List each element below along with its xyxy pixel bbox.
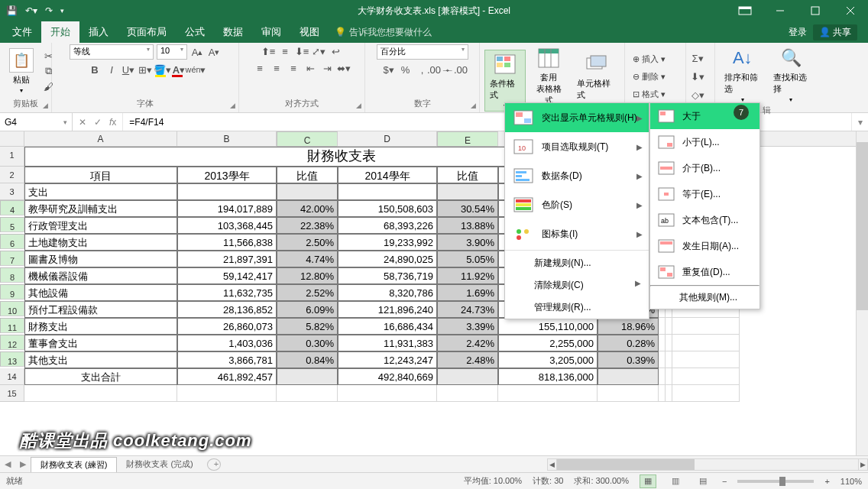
column-header[interactable]: A: [24, 131, 177, 146]
dialog-launcher-icon[interactable]: ◢: [43, 102, 48, 109]
cell[interactable]: 11,566,838: [177, 234, 277, 251]
cell[interactable]: 24,890,025: [338, 251, 437, 267]
menu-top-bottom-rules[interactable]: 10 项目选取规则(T)▶: [505, 132, 649, 161]
font-name-select[interactable]: 等线 ▾: [70, 44, 154, 60]
expand-formula-bar-icon[interactable]: ▾: [851, 113, 868, 131]
align-middle-icon[interactable]: ≡: [278, 44, 292, 58]
zoom-slider[interactable]: [737, 480, 814, 483]
cell[interactable]: 其他支出: [24, 351, 177, 368]
undo-icon[interactable]: ↶▾: [25, 5, 37, 16]
cell[interactable]: [659, 318, 666, 335]
column-header[interactable]: E: [437, 131, 498, 147]
cell[interactable]: [672, 335, 740, 351]
cell-styles-button[interactable]: 单元格样式▾: [572, 50, 620, 111]
font-color-button[interactable]: A▾: [172, 63, 186, 76]
decrease-indent-icon[interactable]: ⇤: [303, 61, 317, 75]
cell[interactable]: [666, 368, 672, 385]
cell[interactable]: 2,255,000: [498, 335, 598, 351]
menu-new-rule[interactable]: 新建规则(N)...: [505, 252, 649, 274]
cell[interactable]: 2013學年: [177, 167, 277, 183]
cell[interactable]: [666, 351, 672, 368]
cell[interactable]: 其他設備: [24, 284, 177, 301]
cell[interactable]: 0.30%: [277, 335, 338, 351]
cell[interactable]: 4.74%: [277, 251, 338, 267]
submenu-equal-to[interactable]: 等于(E)...: [650, 181, 760, 207]
submenu-more-rules[interactable]: 其他规则(M)...: [650, 287, 760, 309]
menu-color-scales[interactable]: 色阶(S)▶: [505, 190, 649, 219]
cell[interactable]: [666, 335, 672, 351]
cell[interactable]: [598, 385, 659, 402]
cell[interactable]: 5.05%: [437, 251, 498, 267]
orientation-icon[interactable]: ⤢▾: [312, 44, 326, 58]
cell[interactable]: [659, 335, 666, 351]
cell[interactable]: 26,860,073: [177, 318, 277, 335]
column-header[interactable]: C: [277, 131, 338, 147]
cell[interactable]: 155,110,000: [498, 318, 598, 335]
cell[interactable]: 8,320,786: [338, 284, 437, 301]
cell[interactable]: [666, 318, 672, 335]
cell[interactable]: 支出: [24, 183, 177, 200]
row-header[interactable]: 6: [0, 234, 24, 249]
cell[interactable]: 150,508,603: [338, 200, 437, 217]
cell[interactable]: 22.38%: [277, 217, 338, 234]
bold-button[interactable]: B: [88, 63, 102, 76]
cell[interactable]: 818,136,000: [498, 368, 598, 385]
cell[interactable]: 12,243,247: [338, 351, 437, 368]
row-header[interactable]: 15: [0, 385, 24, 402]
cell[interactable]: [177, 183, 277, 200]
ribbon-options-icon[interactable]: [727, 0, 763, 21]
cell[interactable]: [437, 385, 498, 402]
cell[interactable]: 16,686,434: [338, 318, 437, 335]
cell[interactable]: 教學研究及訓輔支出: [24, 200, 177, 217]
redo-icon[interactable]: ↷: [45, 5, 53, 16]
zoom-level[interactable]: 110%: [840, 477, 862, 486]
border-button[interactable]: ⊞▾: [138, 63, 152, 76]
menu-icon-sets[interactable]: 图标集(I)▶: [505, 219, 649, 248]
row-header[interactable]: 14: [0, 368, 24, 385]
cell[interactable]: [277, 183, 338, 200]
cancel-formula-icon[interactable]: ✕: [79, 117, 86, 128]
tab-formulas[interactable]: 公式: [176, 21, 214, 43]
cell[interactable]: 5.82%: [277, 318, 338, 335]
cell[interactable]: 3,866,781: [177, 351, 277, 368]
increase-indent-icon[interactable]: ⇥: [320, 61, 334, 75]
accounting-icon[interactable]: $▾: [382, 63, 396, 76]
name-box[interactable]: G4▾: [0, 113, 73, 131]
cell[interactable]: 0.84%: [277, 351, 338, 368]
cell[interactable]: 3.39%: [437, 318, 498, 335]
align-right-icon[interactable]: ≡: [287, 61, 300, 75]
align-center-icon[interactable]: ≡: [270, 61, 283, 75]
tab-home[interactable]: 开始: [41, 21, 79, 43]
align-bottom-icon[interactable]: ⬇≡: [295, 44, 309, 58]
view-page-layout-icon[interactable]: ▥: [667, 474, 684, 488]
sheet-nav-prev[interactable]: ◀: [0, 459, 15, 469]
cell[interactable]: 比值: [437, 167, 498, 183]
cell[interactable]: 董事會支出: [24, 335, 177, 351]
row-header[interactable]: 9: [0, 284, 24, 300]
tab-review[interactable]: 审阅: [252, 21, 290, 43]
cell[interactable]: [437, 368, 498, 385]
minimize-button[interactable]: [763, 0, 798, 21]
cell[interactable]: 比值: [277, 167, 338, 183]
dialog-launcher-icon[interactable]: ◢: [230, 102, 235, 109]
row-header[interactable]: 10: [0, 301, 24, 316]
cell[interactable]: 42.00%: [277, 200, 338, 217]
submenu-date-occurring[interactable]: 发生日期(A)...: [650, 233, 760, 259]
align-left-icon[interactable]: ≡: [253, 61, 267, 75]
cell[interactable]: 預付工程設備款: [24, 301, 177, 318]
cell[interactable]: 2.48%: [437, 351, 498, 368]
row-header[interactable]: 5: [0, 217, 24, 232]
fill-color-button[interactable]: 🪣▾: [155, 63, 169, 76]
accept-formula-icon[interactable]: ✓: [94, 117, 102, 128]
sheet-nav-next[interactable]: ▶: [15, 459, 31, 469]
fill-icon[interactable]: ⬇▾: [691, 70, 704, 84]
cell[interactable]: 19,233,992: [338, 234, 437, 251]
fx-icon[interactable]: fx: [109, 117, 116, 128]
cell[interactable]: [672, 385, 740, 402]
login-link[interactable]: 登录: [789, 26, 807, 39]
cell[interactable]: [598, 368, 659, 385]
cell[interactable]: 11,931,383: [338, 335, 437, 351]
cell[interactable]: 圖書及博物: [24, 251, 177, 267]
italic-button[interactable]: I: [105, 63, 118, 76]
cell[interactable]: 1.69%: [437, 284, 498, 301]
